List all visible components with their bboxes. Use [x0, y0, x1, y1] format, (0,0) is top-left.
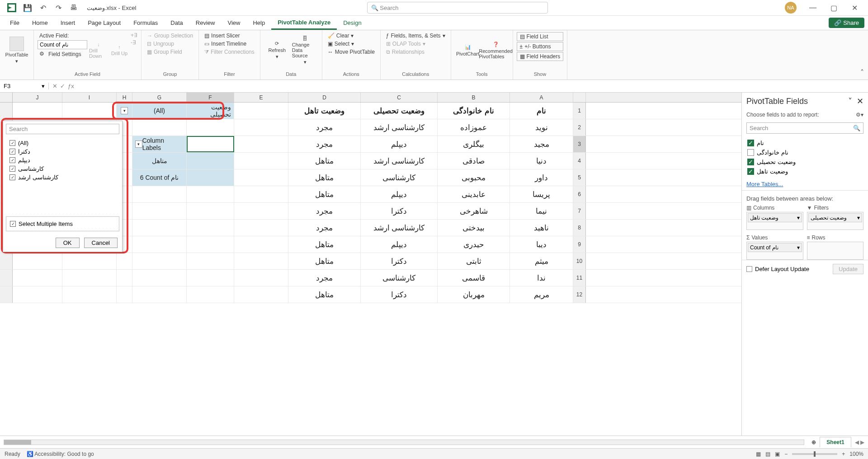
ok-button[interactable]: OK	[56, 238, 80, 248]
tab-data[interactable]: Data	[164, 17, 189, 29]
tab-insert[interactable]: Insert	[54, 17, 82, 29]
tab-design[interactable]: Design	[337, 17, 368, 29]
save-icon[interactable]: 💾	[23, 3, 33, 13]
gear-icon[interactable]: ⚙▾	[856, 112, 863, 118]
more-tables-link[interactable]: More Tables...	[742, 178, 868, 190]
view-page-icon[interactable]: ▤	[765, 451, 770, 457]
fields-search[interactable]: Search🔍	[746, 122, 863, 134]
pane-chevron-icon[interactable]: ˅	[848, 96, 852, 106]
row-header[interactable]: 5	[573, 169, 586, 186]
share-button[interactable]: 🔗 Share	[829, 18, 864, 28]
tab-view[interactable]: View	[221, 17, 246, 29]
sheet-tab[interactable]: Sheet1	[820, 437, 851, 447]
checkbox-icon[interactable]: ✓	[747, 159, 754, 165]
row-header[interactable]: 7	[573, 203, 586, 219]
row-header[interactable]: 11	[573, 270, 586, 286]
checkbox-icon[interactable]: ✓	[9, 157, 15, 163]
field-item[interactable]: وضعیت تاهل✓	[746, 167, 863, 176]
select-button[interactable]: ▣Select ▾	[326, 40, 377, 47]
pivotchart-button[interactable]: 📊PivotChart	[455, 32, 481, 68]
change-data-source-button[interactable]: 🗄Change Data Source▾	[292, 32, 318, 68]
tab-pivottable-analyze[interactable]: PivotTable Analyze	[271, 16, 337, 30]
tab-home[interactable]: Home	[26, 17, 54, 29]
undo-icon[interactable]: ↶	[38, 3, 48, 13]
checkbox-icon[interactable]	[747, 149, 754, 156]
field-headers-button[interactable]: ▦Field Headers	[517, 52, 564, 61]
filter-search[interactable]: Search	[6, 124, 119, 134]
insert-slicer-button[interactable]: ▤Insert Slicer	[203, 32, 256, 39]
row-header[interactable]: 3	[573, 136, 586, 152]
tab-file[interactable]: File	[4, 17, 26, 29]
refresh-button[interactable]: ⟳Refresh▾	[264, 32, 290, 68]
cancel-button[interactable]: Cancel	[84, 238, 118, 248]
col-header[interactable]: G	[132, 93, 187, 102]
tab-page-layout[interactable]: Page Layout	[81, 17, 127, 29]
values-area[interactable]: Count of نام▾	[746, 242, 803, 260]
col-header[interactable]: E	[234, 93, 288, 102]
row-header[interactable]: 6	[573, 186, 586, 202]
col-header[interactable]: H	[117, 93, 132, 102]
row-header[interactable]: 12	[573, 286, 586, 303]
recommended-pt-button[interactable]: ❓Recommended PivotTables	[483, 32, 509, 68]
zoom-level[interactable]: 100%	[849, 451, 863, 457]
field-item[interactable]: وضعیت تحصیلی✓	[746, 157, 863, 167]
minimize-icon[interactable]: —	[803, 1, 823, 14]
redo-icon[interactable]: ↷	[53, 3, 63, 13]
field-list-button[interactable]: ▤Field List	[517, 32, 564, 41]
fields-items-sets-button[interactable]: ƒFields, Items, & Sets ▾	[384, 32, 447, 39]
col-header[interactable]: B	[438, 93, 510, 102]
close-icon[interactable]: ✕	[844, 1, 864, 14]
name-box[interactable]: F3▾	[0, 83, 49, 89]
select-multiple-checkbox[interactable]: ✓Select Multiple Items	[6, 216, 119, 231]
defer-checkbox[interactable]	[746, 266, 752, 272]
row-header[interactable]: 4	[573, 153, 586, 169]
move-pivottable-button[interactable]: ↔Move PivotTable	[326, 48, 377, 56]
chevron-down-icon[interactable]: ▾	[42, 83, 45, 89]
filters-area[interactable]: ▾وضعیت تحصیلی	[807, 212, 864, 230]
field-item[interactable]: نام✓	[746, 138, 863, 148]
sheet-nav-icon[interactable]: ◀ ▶	[855, 439, 864, 445]
pivot-filter-value[interactable]: (All)	[132, 103, 187, 119]
insert-timeline-button[interactable]: ▭Insert Timeline	[203, 40, 256, 47]
pivottable-button[interactable]: PivotTable▾	[4, 32, 30, 68]
global-search[interactable]: 🔍 Search	[367, 2, 548, 14]
field-item[interactable]: نام خانوادگی	[746, 148, 863, 157]
active-field-input[interactable]	[38, 40, 87, 49]
col-header[interactable]: C	[361, 93, 438, 102]
new-sheet-icon[interactable]: ⊕	[811, 439, 816, 445]
pane-close-icon[interactable]: ✕	[857, 96, 863, 106]
rows-area[interactable]	[807, 242, 864, 260]
checkbox-icon[interactable]: ✓	[9, 140, 15, 146]
checkbox-icon[interactable]: ✓	[747, 140, 754, 146]
view-normal-icon[interactable]: ▦	[756, 451, 761, 457]
view-break-icon[interactable]: ▣	[775, 451, 780, 457]
checkbox-icon[interactable]: ✓	[9, 174, 15, 180]
cancel-formula-icon[interactable]: ✕	[52, 83, 57, 89]
filter-dropdown-icon[interactable]: ▾	[121, 107, 128, 114]
col-header[interactable]: D	[288, 93, 361, 102]
tab-help[interactable]: Help	[246, 17, 271, 29]
maximize-icon[interactable]: ▢	[824, 1, 844, 14]
user-avatar[interactable]: NA	[785, 2, 797, 14]
col-header[interactable]: F	[187, 93, 234, 102]
field-settings-button[interactable]: ⚙ Field Settings	[38, 50, 87, 58]
checkbox-icon[interactable]: ✓	[9, 149, 15, 155]
fx-icon[interactable]: ƒx	[68, 83, 74, 89]
plus-minus-button[interactable]: ±+/- Buttons	[517, 42, 564, 51]
update-button[interactable]: Update	[833, 264, 863, 274]
tab-review[interactable]: Review	[189, 17, 222, 29]
enter-formula-icon[interactable]: ✓	[60, 83, 65, 89]
col-header[interactable]: J	[13, 93, 62, 102]
zoom-slider[interactable]	[792, 453, 837, 455]
zoom-out-icon[interactable]: −	[784, 451, 788, 457]
drill-down-button[interactable]: ↓Drill Down	[89, 32, 108, 68]
checkbox-icon[interactable]: ✓	[9, 166, 15, 172]
worksheet-grid[interactable]: J I H G F E D C B A ▾ (All) وضعیت تحصیلی…	[0, 93, 741, 436]
print-icon[interactable]: 🖶	[69, 3, 79, 13]
row-header[interactable]: 10	[573, 253, 586, 269]
collapse-ribbon-icon[interactable]: ˄	[856, 30, 868, 80]
zoom-in-icon[interactable]: +	[842, 451, 845, 457]
row-header[interactable]: 9	[573, 236, 586, 253]
row-header[interactable]: 2	[573, 119, 586, 136]
drill-up-button[interactable]: ↑Drill Up	[110, 32, 129, 68]
